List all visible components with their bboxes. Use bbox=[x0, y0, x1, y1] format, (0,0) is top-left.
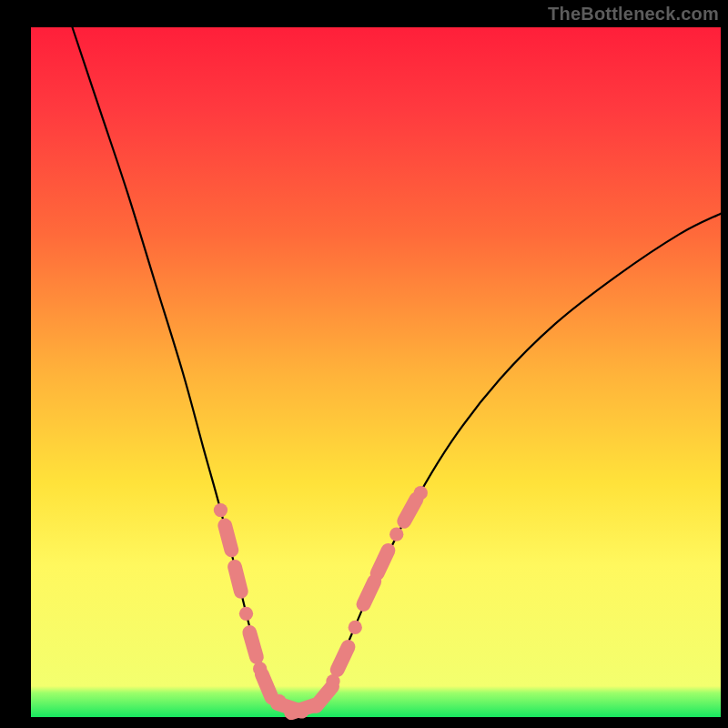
marker-dot bbox=[389, 527, 403, 541]
marker-dot bbox=[349, 621, 362, 634]
marker-capsule bbox=[363, 581, 374, 604]
marker-dot bbox=[414, 486, 428, 500]
watermark-text: TheBottleneck.com bbox=[548, 4, 719, 25]
marker-dot bbox=[239, 607, 253, 621]
chart-stage: TheBottleneck.com bbox=[0, 0, 728, 728]
marker-capsule bbox=[249, 632, 257, 657]
marker-capsule bbox=[338, 647, 349, 670]
plot-background bbox=[31, 27, 721, 717]
marker-capsule bbox=[225, 525, 231, 550]
marker-dot bbox=[214, 503, 228, 517]
marker-capsule bbox=[235, 567, 241, 592]
marker-capsule bbox=[378, 551, 389, 573]
chart-canvas bbox=[0, 0, 728, 728]
marker-capsule bbox=[262, 674, 272, 698]
